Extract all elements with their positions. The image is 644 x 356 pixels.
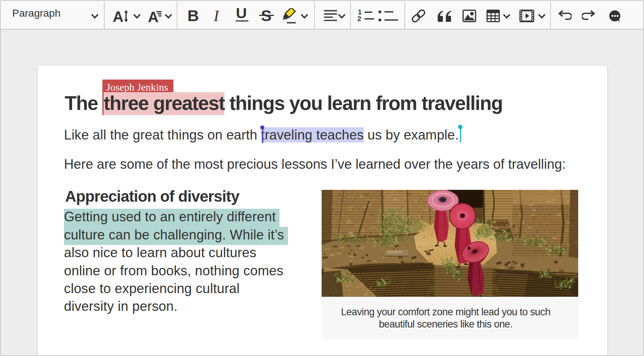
svg-text:2: 2: [357, 15, 362, 23]
